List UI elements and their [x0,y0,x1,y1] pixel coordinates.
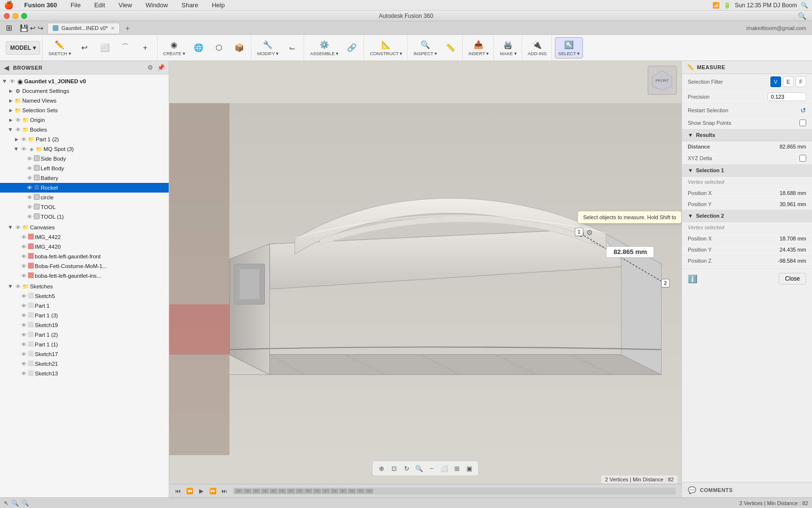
filter-edge-button[interactable]: E [783,76,794,87]
vp-zoom-button[interactable]: 🔍 [413,463,425,474]
vp-display-button[interactable]: ⬜ [438,463,450,474]
arc-button[interactable]: ⌒ [116,37,135,59]
tree-item-canvases[interactable]: ▶ 👁 📁 Canvases [0,223,169,232]
tree-item-part1-sketch[interactable]: ▶ 👁 Part 1 [0,301,169,311]
snap-points-checkbox[interactable] [799,120,806,126]
part1-3-sketch-eye-icon[interactable]: 👁 [20,312,27,319]
close-button[interactable]: Close [779,273,806,284]
tree-item-sketch13[interactable]: ▶ 👁 Sketch13 [0,369,169,378]
modify-button[interactable]: 🔧 MODIFY ▾ [254,37,281,59]
measure-button[interactable]: 📏 [441,37,460,59]
undo-icon[interactable]: ↩ [30,24,36,32]
xyz-delta-checkbox[interactable] [799,155,806,162]
tree-item-rocket[interactable]: ▶ 👁 Rocket [0,183,169,193]
root-item[interactable]: ▶ 👁 ◉ Gauntlet v1_JOINED v0 [0,76,169,86]
selection1-header[interactable]: ▼ Selection 1 [682,164,812,177]
sketch17-eye-icon[interactable]: 👁 [20,351,27,358]
joint-button[interactable]: 🔗 [342,37,362,59]
origin-eye-icon[interactable]: 👁 [14,117,21,123]
canvas-area[interactable]: 1 2 ⚙ 82.865 mm [169,61,682,497]
edit-menu[interactable]: Edit [91,1,108,9]
visibility-icon[interactable]: 👁 [9,78,15,85]
tree-item-part1-3-sketch[interactable]: ▶ 👁 Part 1 (3) [0,311,169,320]
results-header[interactable]: ▼ Results [682,129,812,141]
tree-item-doc-settings[interactable]: ▶ ⚙ Document Settings [0,86,169,96]
tree-item-origin[interactable]: ▶ 👁 📁 Origin [0,115,169,125]
anim-end-button[interactable]: ⏭ [219,486,229,496]
anim-next-button[interactable]: ⏩ [208,486,218,496]
select-button[interactable]: ↖️ SELECT ▾ [555,37,583,59]
left-body-eye-icon[interactable]: 👁 [26,165,33,172]
status-cursor-icon[interactable]: ↖ [4,500,9,507]
tree-item-left-body[interactable]: ▶ 👁 Left Body [0,164,169,173]
tree-item-img4420[interactable]: ▶ 👁 IMG_4420 [0,242,169,252]
info-icon[interactable]: ℹ️ [688,274,697,284]
make-button[interactable]: 🖨️ MAKE ▾ [497,37,520,59]
part1-sketch-eye-icon[interactable]: 👁 [20,302,27,309]
construct-button[interactable]: 📐 CONSTRUCT ▾ [367,37,405,59]
selection2-header[interactable]: ▼ Selection 2 [682,210,812,222]
plus-button[interactable]: + [136,37,155,59]
tree-item-selection-sets[interactable]: ▶ 📁 Selection Sets [0,105,169,115]
tree-item-boba-costume[interactable]: ▶ 👁 Boba-Fett-Costume-MoM-1... [0,261,169,271]
close-button[interactable] [4,13,10,19]
animation-track[interactable]: ↩ ↪ ↩ ↪ ↩ ↪ ↩ ↪ ↩ ↪ ↩ ↪ ↩ [233,488,676,494]
sketch-button[interactable]: ✏️ SKETCH ▾ [45,37,73,59]
help-menu[interactable]: Help [209,1,228,9]
inspect-button[interactable]: 🔍 INSPECT ▾ [410,37,440,59]
search-icon[interactable]: 🔍 [801,2,808,9]
undo-button[interactable]: ↩ [75,37,94,59]
boba-costume-eye-icon[interactable]: 👁 [20,263,27,269]
tool-eye-icon[interactable]: 👁 [26,204,33,210]
selection-sets-arrow[interactable]: ▶ [8,107,14,113]
vp-fit-button[interactable]: ⊡ [388,463,400,474]
tree-item-img4422[interactable]: ▶ 👁 IMG_4422 [0,232,169,242]
apple-menu[interactable]: 🍎 [4,0,14,10]
doc-settings-arrow[interactable]: ▶ [8,88,14,94]
status-zoom-out-icon[interactable]: 🔍 [22,500,29,507]
assemble-button[interactable]: ⚙️ ASSEMBLE ▾ [307,37,341,59]
tree-item-mq-spot[interactable]: ▶ 👁 ◈ 📁 MQ Spot (3) [0,144,169,154]
anim-play-button[interactable]: ▶ [196,486,206,496]
vp-orbit-button[interactable]: ↻ [401,463,412,474]
filter-vertex-button[interactable]: V [770,76,781,87]
maximize-button[interactable] [21,13,27,19]
fillet-button[interactable]: ⌙ [282,37,302,59]
sketches-arrow[interactable]: ▶ [8,284,14,289]
app-name-menu[interactable]: Fusion 360 [21,1,60,9]
addins-button[interactable]: 🔌 ADD-INS [525,37,550,59]
part1-2-eye-icon[interactable]: 👁 [20,136,27,143]
part1-2-arrow[interactable]: ▶ [14,136,19,142]
tool-1-eye-icon[interactable]: 👁 [26,213,33,220]
img4422-eye-icon[interactable]: 👁 [20,234,27,240]
anim-start-button[interactable]: ⏮ [173,486,183,496]
boba-front-eye-icon[interactable]: 👁 [20,253,27,260]
file-menu[interactable]: File [68,1,84,9]
browser-collapse-button[interactable]: ◀ [4,64,9,72]
tree-item-part1-1-sketch[interactable]: ▶ 👁 Part 1 (1) [0,340,169,349]
tree-item-boba-front[interactable]: ▶ 👁 boba-fett-left-gauntlet-front [0,252,169,261]
new-tab-button[interactable]: + [123,24,132,33]
tree-item-boba-ins[interactable]: ▶ 👁 boba-fett-left-gauntlet-ins... [0,271,169,281]
grid-icon[interactable]: ⊞ [6,23,12,32]
vp-pan-button[interactable]: ⊕ [376,463,387,474]
model-dropdown[interactable]: MODEL ▾ [6,41,40,55]
measure-panel-header[interactable]: 📏 MEASURE [682,61,812,74]
share-menu[interactable]: Share [178,1,201,9]
restart-selection-button[interactable]: ↺ [800,106,806,114]
tree-item-sketch17[interactable]: ▶ 👁 Sketch17 [0,349,169,359]
battery-eye-icon[interactable]: 👁 [26,175,33,181]
side-body-eye-icon[interactable]: 👁 [26,155,33,162]
insert-button[interactable]: 📥 INSERT ▾ [465,37,492,59]
bodies-eye-icon[interactable]: 👁 [14,126,21,133]
part1-1-sketch-eye-icon[interactable]: 👁 [20,341,27,348]
rocket-eye-icon[interactable]: 👁 [26,184,33,191]
tab-close-button[interactable]: ✕ [111,26,115,31]
create-button[interactable]: ◉ CREATE ▾ [160,37,188,59]
window-menu[interactable]: Window [143,1,171,9]
mq-spot-arrow[interactable]: ▶ [14,146,19,152]
mq-spot-eye-icon[interactable]: 👁 [20,146,27,152]
vp-zoom-minus-button[interactable]: − [426,463,437,474]
nav-cube[interactable]: FRONT [648,66,677,95]
view-menu[interactable]: View [116,1,135,9]
